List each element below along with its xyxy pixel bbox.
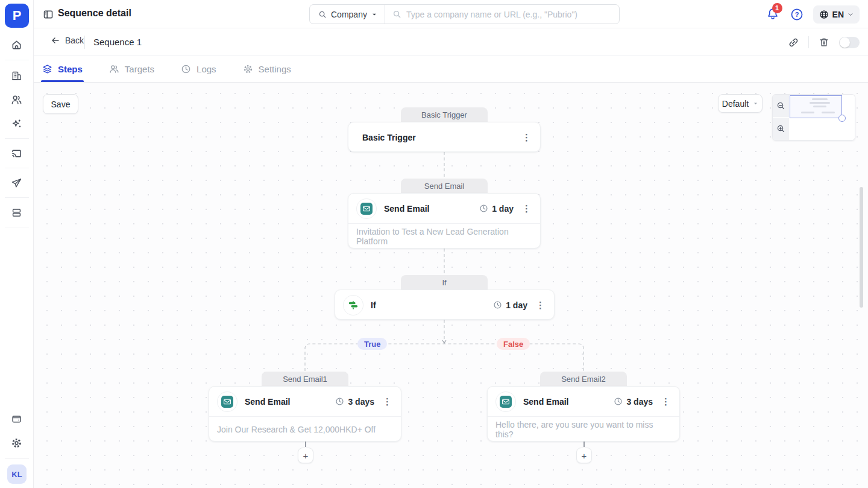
- divider: [5, 168, 29, 168]
- avatar-initials: KL: [11, 470, 22, 479]
- kebab-menu-icon[interactable]: ⋮: [660, 397, 671, 406]
- svg-text:?: ?: [794, 10, 799, 17]
- tab-label: Targets: [125, 64, 154, 74]
- toggle-knob: [840, 37, 850, 48]
- app-logo[interactable]: P: [5, 4, 29, 28]
- node-card-send-email2[interactable]: Send Email 3 days ⋮ Hello there, are you…: [487, 386, 680, 442]
- add-step-button-true[interactable]: +: [298, 448, 313, 463]
- link-icon: [788, 37, 799, 48]
- plus-icon: +: [303, 451, 309, 461]
- back-label: Back: [65, 36, 84, 45]
- vertical-scrollbar[interactable]: [860, 187, 863, 308]
- sequence-name: Sequence 1: [93, 37, 142, 47]
- sidebar-item-settings[interactable]: [5, 431, 29, 455]
- notification-badge: 1: [772, 3, 782, 13]
- header-actions: 1 ? EN: [766, 0, 860, 28]
- view-mode-select[interactable]: Default: [718, 94, 763, 113]
- caret-down-icon: [753, 101, 758, 106]
- copy-link-button[interactable]: [787, 36, 800, 49]
- search-input-segment: [385, 10, 619, 19]
- contacts-icon: [11, 94, 22, 106]
- cast-icon: [11, 148, 22, 159]
- email-subject-field[interactable]: Hello there, are you sure you want to mi…: [488, 417, 679, 442]
- email-subject-field[interactable]: Invitation to Test a New Lead Generation…: [348, 224, 540, 249]
- tab-steps[interactable]: Steps: [42, 56, 83, 82]
- save-button[interactable]: Save: [43, 94, 78, 114]
- search-category-select[interactable]: Company: [310, 5, 385, 24]
- notifications-button[interactable]: 1: [766, 7, 781, 22]
- node-title: Send Email: [384, 204, 472, 214]
- tab-logs[interactable]: Logs: [181, 56, 216, 82]
- sequence-actions: [787, 28, 860, 56]
- page-title: Sequence detail: [58, 8, 131, 19]
- tab-label: Steps: [58, 64, 83, 74]
- branch-true-label: True: [357, 338, 387, 350]
- divider: [84, 36, 85, 49]
- divider: [5, 60, 29, 60]
- node-card-send-email[interactable]: Send Email 1 day ⋮ Invitation to Test a …: [348, 193, 541, 249]
- collapse-panel-icon[interactable]: [42, 8, 54, 21]
- sidebar-item-send[interactable]: [5, 171, 29, 195]
- sidebar-item-database[interactable]: [5, 200, 29, 224]
- kebab-menu-icon[interactable]: ⋮: [382, 397, 393, 406]
- add-step-button-false[interactable]: +: [576, 448, 592, 463]
- language-label: EN: [832, 10, 844, 19]
- search-category-label: Company: [331, 10, 367, 19]
- sparkles-icon: [11, 118, 22, 130]
- clock-icon: [614, 397, 623, 406]
- delay-value: 1 day: [506, 300, 527, 310]
- step-delay: 3 days: [335, 397, 374, 407]
- back-button[interactable]: Back: [51, 36, 84, 45]
- node-title: Basic Trigger: [362, 133, 514, 142]
- zoom-out-button[interactable]: [773, 95, 789, 118]
- top-header: Sequence detail Company 1 ? EN: [34, 0, 868, 28]
- user-avatar[interactable]: KL: [7, 464, 27, 484]
- zoom-in-icon: [776, 124, 785, 133]
- step-delay: 1 day: [479, 204, 514, 214]
- node-card-send-email1[interactable]: Send Email 3 days ⋮ Join Our Research & …: [209, 386, 401, 442]
- zoom-in-button[interactable]: [773, 118, 789, 140]
- caret-down-icon: [371, 11, 377, 17]
- help-button[interactable]: ?: [790, 8, 804, 21]
- sequence-canvas[interactable]: Save Default: [34, 83, 868, 488]
- step-delay: 1 day: [493, 300, 527, 310]
- clock-icon: [181, 64, 191, 74]
- search-icon: [318, 10, 327, 19]
- email-subject-field[interactable]: Join Our Research & Get 12,000HKD+ Off: [209, 417, 401, 442]
- sidebar-item-wallet[interactable]: [5, 407, 29, 431]
- node-title: Send Email: [523, 397, 606, 407]
- divider: [5, 138, 29, 139]
- tab-label: Settings: [259, 64, 291, 74]
- delete-sequence-button[interactable]: [817, 36, 831, 49]
- language-selector[interactable]: EN: [813, 5, 860, 24]
- tab-label: Logs: [197, 64, 216, 74]
- divider: [5, 197, 29, 198]
- trash-icon: [819, 37, 829, 48]
- sidebar-item-home[interactable]: [5, 33, 29, 57]
- kebab-menu-icon[interactable]: ⋮: [521, 133, 532, 142]
- sequence-active-toggle[interactable]: [839, 37, 860, 48]
- minimap-viewport[interactable]: [789, 95, 855, 140]
- sidebar-item-contacts[interactable]: [5, 87, 29, 112]
- node-card-basic-trigger[interactable]: Basic Trigger ⋮: [348, 122, 541, 152]
- kebab-menu-icon[interactable]: ⋮: [521, 204, 532, 213]
- sidebar-item-company[interactable]: [5, 63, 29, 87]
- app-window: P KL: [0, 0, 868, 488]
- chip-label: Basic Trigger: [421, 110, 467, 119]
- tab-targets[interactable]: Targets: [109, 56, 154, 82]
- node-card-if[interactable]: If 1 day ⋮: [335, 290, 555, 320]
- minimap-view-rect: [790, 95, 842, 118]
- search-input[interactable]: [406, 10, 612, 19]
- divider: [5, 227, 29, 227]
- tab-settings[interactable]: Settings: [243, 56, 291, 82]
- home-icon: [11, 39, 22, 51]
- sidebar-item-cast[interactable]: [5, 141, 29, 165]
- tab-bar: Steps Targets Logs Settings: [34, 56, 868, 83]
- chip-label: Send Email1: [283, 375, 327, 384]
- sidebar-item-ai[interactable]: [5, 112, 29, 136]
- question-circle-icon: ?: [790, 8, 804, 21]
- kebab-menu-icon[interactable]: ⋮: [535, 300, 546, 309]
- global-search: Company: [309, 4, 620, 24]
- globe-icon: [819, 10, 829, 19]
- minimap-resize-handle[interactable]: [838, 115, 846, 122]
